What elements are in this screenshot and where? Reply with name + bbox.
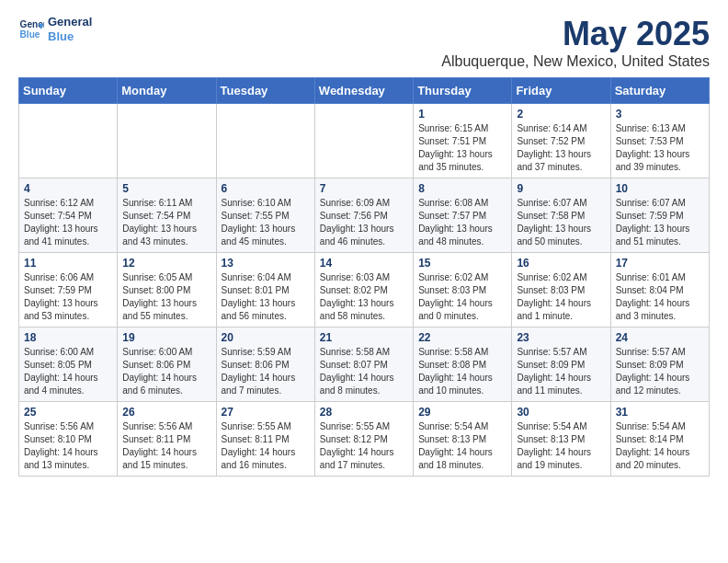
day-info: Sunrise: 6:03 AMSunset: 8:02 PMDaylight:…: [320, 271, 408, 323]
day-number: 28: [320, 406, 408, 419]
day-info: Sunrise: 5:55 AMSunset: 8:12 PMDaylight:…: [320, 420, 408, 472]
day-info: Sunrise: 6:09 AMSunset: 7:56 PMDaylight:…: [320, 197, 408, 248]
day-number: 15: [418, 257, 506, 270]
day-info: Sunrise: 5:59 AMSunset: 8:06 PMDaylight:…: [222, 346, 310, 397]
day-number: 13: [222, 257, 310, 270]
day-info: Sunrise: 5:58 AMSunset: 8:08 PMDaylight:…: [418, 346, 506, 397]
day-cell: [314, 104, 413, 178]
day-cell: [216, 104, 314, 178]
day-info: Sunrise: 6:13 AMSunset: 7:53 PMDaylight:…: [616, 122, 704, 174]
day-cell: 22Sunrise: 5:58 AMSunset: 8:08 PMDayligh…: [414, 327, 512, 402]
day-info: Sunrise: 6:01 AMSunset: 8:04 PMDaylight:…: [616, 271, 704, 323]
day-info: Sunrise: 6:15 AMSunset: 7:51 PMDaylight:…: [418, 122, 506, 174]
day-cell: 3Sunrise: 6:13 AMSunset: 7:53 PMDaylight…: [610, 104, 709, 178]
subtitle: Albuquerque, New Mexico, United States: [441, 53, 710, 70]
day-cell: 18Sunrise: 6:00 AMSunset: 8:05 PMDayligh…: [19, 327, 118, 402]
day-cell: 27Sunrise: 5:55 AMSunset: 8:11 PMDayligh…: [216, 402, 314, 477]
day-number: 2: [517, 108, 605, 121]
week-row-4: 18Sunrise: 6:00 AMSunset: 8:05 PMDayligh…: [19, 327, 710, 402]
day-number: 5: [122, 182, 210, 195]
day-info: Sunrise: 6:11 AMSunset: 7:54 PMDaylight:…: [122, 197, 210, 248]
day-cell: 25Sunrise: 5:56 AMSunset: 8:10 PMDayligh…: [19, 402, 118, 477]
day-cell: 16Sunrise: 6:02 AMSunset: 8:03 PMDayligh…: [512, 253, 610, 327]
day-number: 1: [418, 108, 506, 121]
weekday-header-monday: Monday: [118, 78, 216, 104]
day-cell: 1Sunrise: 6:15 AMSunset: 7:51 PMDaylight…: [414, 104, 512, 178]
day-number: 16: [517, 257, 605, 270]
day-cell: 19Sunrise: 6:00 AMSunset: 8:06 PMDayligh…: [118, 327, 216, 402]
day-number: 29: [418, 406, 506, 419]
day-number: 20: [222, 331, 310, 344]
logo: General Blue General Blue: [18, 15, 92, 43]
day-info: Sunrise: 6:04 AMSunset: 8:01 PMDaylight:…: [222, 271, 310, 323]
day-cell: 29Sunrise: 5:54 AMSunset: 8:13 PMDayligh…: [414, 402, 512, 477]
day-number: 18: [24, 331, 112, 344]
day-number: 17: [616, 257, 704, 270]
day-number: 10: [616, 182, 704, 195]
day-cell: 13Sunrise: 6:04 AMSunset: 8:01 PMDayligh…: [216, 253, 314, 327]
day-number: 12: [122, 257, 210, 270]
day-number: 8: [418, 182, 506, 195]
day-cell: 7Sunrise: 6:09 AMSunset: 7:56 PMDaylight…: [314, 178, 413, 253]
weekday-header-row: SundayMondayTuesdayWednesdayThursdayFrid…: [19, 78, 710, 104]
day-cell: 30Sunrise: 5:54 AMSunset: 8:13 PMDayligh…: [512, 402, 610, 477]
day-info: Sunrise: 5:55 AMSunset: 8:11 PMDaylight:…: [222, 420, 310, 472]
day-number: 3: [616, 108, 704, 121]
day-cell: 8Sunrise: 6:08 AMSunset: 7:57 PMDaylight…: [414, 178, 512, 253]
day-cell: 23Sunrise: 5:57 AMSunset: 8:09 PMDayligh…: [512, 327, 610, 402]
week-row-1: 1Sunrise: 6:15 AMSunset: 7:51 PMDaylight…: [19, 104, 710, 178]
day-info: Sunrise: 5:56 AMSunset: 8:11 PMDaylight:…: [122, 420, 210, 472]
day-info: Sunrise: 6:08 AMSunset: 7:57 PMDaylight:…: [418, 197, 506, 248]
day-info: Sunrise: 6:02 AMSunset: 8:03 PMDaylight:…: [418, 271, 506, 323]
day-number: 31: [616, 406, 704, 419]
week-row-2: 4Sunrise: 6:12 AMSunset: 7:54 PMDaylight…: [19, 178, 710, 253]
logo-icon: General Blue: [18, 17, 44, 42]
day-number: 27: [222, 406, 310, 419]
day-number: 11: [24, 257, 112, 270]
day-cell: 11Sunrise: 6:06 AMSunset: 7:59 PMDayligh…: [19, 253, 118, 327]
day-info: Sunrise: 6:00 AMSunset: 8:05 PMDaylight:…: [24, 346, 112, 397]
header: General Blue General Blue May 2025 Albuq…: [18, 15, 710, 70]
day-info: Sunrise: 6:14 AMSunset: 7:52 PMDaylight:…: [517, 122, 605, 174]
day-number: 7: [320, 182, 408, 195]
day-number: 4: [24, 182, 112, 195]
day-cell: 21Sunrise: 5:58 AMSunset: 8:07 PMDayligh…: [314, 327, 413, 402]
day-number: 24: [616, 331, 704, 344]
day-info: Sunrise: 6:07 AMSunset: 7:58 PMDaylight:…: [517, 197, 605, 248]
main-title: May 2025: [441, 15, 710, 53]
day-info: Sunrise: 6:02 AMSunset: 8:03 PMDaylight:…: [517, 271, 605, 323]
weekday-header-sunday: Sunday: [19, 78, 118, 104]
day-info: Sunrise: 6:12 AMSunset: 7:54 PMDaylight:…: [24, 197, 112, 248]
day-number: 19: [122, 331, 210, 344]
day-number: 26: [122, 406, 210, 419]
weekday-header-thursday: Thursday: [414, 78, 512, 104]
day-info: Sunrise: 6:06 AMSunset: 7:59 PMDaylight:…: [24, 271, 112, 323]
svg-text:Blue: Blue: [20, 29, 40, 39]
day-info: Sunrise: 5:54 AMSunset: 8:13 PMDaylight:…: [418, 420, 506, 472]
day-cell: 14Sunrise: 6:03 AMSunset: 8:02 PMDayligh…: [314, 253, 413, 327]
logo-line2: Blue: [48, 29, 92, 44]
day-info: Sunrise: 5:56 AMSunset: 8:10 PMDaylight:…: [24, 420, 112, 472]
day-info: Sunrise: 5:57 AMSunset: 8:09 PMDaylight:…: [517, 346, 605, 397]
day-cell: 15Sunrise: 6:02 AMSunset: 8:03 PMDayligh…: [414, 253, 512, 327]
day-cell: 12Sunrise: 6:05 AMSunset: 8:00 PMDayligh…: [118, 253, 216, 327]
day-cell: 9Sunrise: 6:07 AMSunset: 7:58 PMDaylight…: [512, 178, 610, 253]
day-number: 30: [517, 406, 605, 419]
day-info: Sunrise: 6:10 AMSunset: 7:55 PMDaylight:…: [222, 197, 310, 248]
day-number: 6: [222, 182, 310, 195]
day-number: 25: [24, 406, 112, 419]
logo-line1: General: [48, 15, 92, 29]
day-number: 21: [320, 331, 408, 344]
title-area: May 2025 Albuquerque, New Mexico, United…: [441, 15, 710, 70]
weekday-header-saturday: Saturday: [610, 78, 709, 104]
day-cell: 20Sunrise: 5:59 AMSunset: 8:06 PMDayligh…: [216, 327, 314, 402]
day-cell: 26Sunrise: 5:56 AMSunset: 8:11 PMDayligh…: [118, 402, 216, 477]
day-number: 14: [320, 257, 408, 270]
day-info: Sunrise: 5:54 AMSunset: 8:14 PMDaylight:…: [616, 420, 704, 472]
calendar: SundayMondayTuesdayWednesdayThursdayFrid…: [18, 77, 710, 477]
day-cell: 24Sunrise: 5:57 AMSunset: 8:09 PMDayligh…: [610, 327, 709, 402]
day-info: Sunrise: 5:58 AMSunset: 8:07 PMDaylight:…: [320, 346, 408, 397]
day-cell: [118, 104, 216, 178]
day-info: Sunrise: 5:54 AMSunset: 8:13 PMDaylight:…: [517, 420, 605, 472]
day-cell: 31Sunrise: 5:54 AMSunset: 8:14 PMDayligh…: [610, 402, 709, 477]
